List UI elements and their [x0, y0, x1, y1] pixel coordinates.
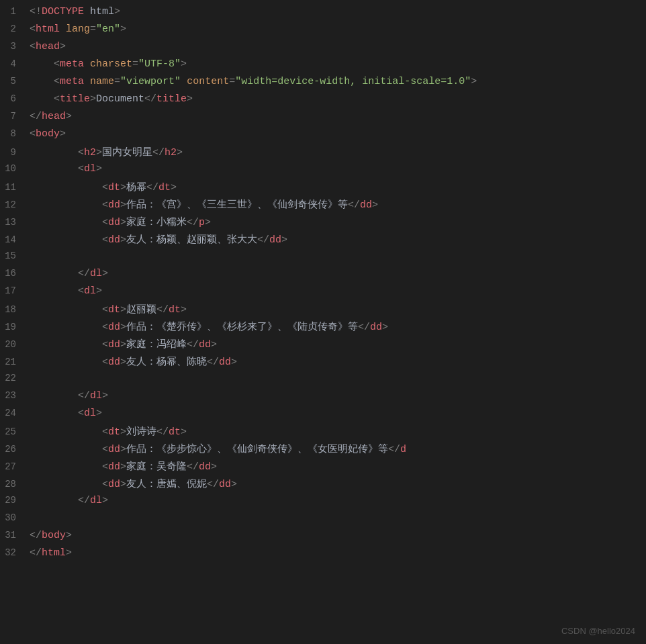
code-line: 25 <dt>刘诗诗</dt> [0, 424, 646, 442]
line-number: 30 [0, 512, 27, 523]
line-content: </dl> [27, 268, 646, 279]
line-content: <dd>友人：杨幂、陈晓</dd> [27, 355, 646, 368]
code-line: 31</body> [0, 529, 646, 547]
watermark: CSDN @hello2024 [561, 626, 635, 636]
line-number: 2 [0, 24, 27, 34]
line-content: <dd>家庭：冯绍峰</dd> [27, 338, 646, 351]
line-number: 24 [0, 408, 27, 418]
code-line: 32</html> [0, 547, 646, 564]
line-content: </dl> [27, 495, 646, 506]
code-line: 6 <title>Document</title> [0, 93, 646, 110]
line-content: <meta name="viewport" content="width=dev… [27, 76, 646, 87]
line-number: 17 [0, 285, 27, 296]
line-number: 26 [0, 444, 27, 455]
line-number: 7 [0, 111, 27, 122]
line-number: 3 [0, 41, 27, 52]
line-content: <dl> [27, 163, 646, 175]
line-content: <html lang="en"> [27, 24, 646, 35]
line-content: <dd>作品：《楚乔传》、《杉杉来了》、《陆贞传奇》等</dd> [27, 320, 646, 333]
code-line: 21 <dd>友人：杨幂、陈晓</dd> [0, 355, 646, 372]
line-number: 27 [0, 461, 27, 472]
line-number: 18 [0, 304, 27, 315]
line-number: 29 [0, 495, 27, 506]
code-line: 1<!DOCTYPE html> [0, 5, 646, 23]
line-content: <dd>作品：《步步惊心》、《仙剑奇侠传》、《女医明妃传》等</d [27, 443, 646, 455]
line-number: 31 [0, 530, 27, 541]
line-number: 8 [0, 128, 27, 139]
code-line: 13 <dd>家庭：小糯米</p> [0, 215, 646, 232]
code-line: 15 [0, 250, 646, 267]
code-line: 18 <dt>赵丽颖</dt> [0, 302, 646, 320]
line-content: <dl> [27, 285, 646, 297]
line-number: 25 [0, 426, 27, 437]
line-content: <dd>作品：《宫》、《三生三世》、《仙剑奇侠传》等</dd> [27, 198, 646, 211]
line-number: 12 [0, 199, 27, 210]
line-content: <head> [27, 41, 646, 52]
line-number: 1 [0, 6, 27, 17]
line-content: </head> [27, 111, 646, 122]
line-content: <dd>家庭：小糯米</p> [27, 216, 646, 228]
line-content: <dd>友人：唐嫣、倪妮</dd> [27, 477, 646, 490]
line-number: 10 [0, 163, 27, 174]
line-content: <dt>赵丽颖</dt> [27, 303, 646, 316]
line-number: 23 [0, 390, 27, 401]
line-number: 14 [0, 234, 27, 245]
code-line: 8<body> [0, 128, 646, 145]
code-line: 17 <dl> [0, 285, 646, 302]
line-number: 9 [0, 147, 27, 158]
line-content [27, 512, 646, 524]
line-number: 6 [0, 93, 27, 104]
line-number: 20 [0, 339, 27, 350]
line-content [27, 250, 646, 262]
code-line: 23 </dl> [0, 389, 646, 407]
line-number: 32 [0, 547, 27, 558]
code-line: 14 <dd>友人：杨颖、赵丽颖、张大大</dd> [0, 232, 646, 250]
code-line: 19 <dd>作品：《楚乔传》、《杉杉来了》、《陆贞传奇》等</dd> [0, 320, 646, 337]
code-line: 7</head> [0, 110, 646, 128]
code-line: 30 [0, 512, 646, 529]
line-content: </dl> [27, 390, 646, 402]
line-number: 4 [0, 58, 27, 69]
code-line: 5 <meta name="viewport" content="width=d… [0, 75, 646, 93]
line-number: 11 [0, 182, 27, 193]
line-number: 15 [0, 250, 27, 261]
line-content: </html> [27, 547, 646, 559]
line-number: 19 [0, 322, 27, 332]
line-number: 5 [0, 76, 27, 87]
code-line: 9 <h2>国内女明星</h2> [0, 145, 646, 163]
code-line: 28 <dd>友人：唐嫣、倪妮</dd> [0, 477, 646, 494]
line-content: <title>Document</title> [27, 93, 646, 105]
line-content: <dd>友人：杨颖、赵丽颖、张大大</dd> [27, 233, 646, 246]
line-number: 22 [0, 373, 27, 383]
code-line: 11 <dt>杨幂</dt> [0, 180, 646, 197]
code-line: 22 [0, 372, 646, 389]
line-content: <dd>家庭：吴奇隆</dd> [27, 460, 646, 473]
line-content: <dt>杨幂</dt> [27, 181, 646, 193]
line-content: <meta charset="UTF-8"> [27, 58, 646, 70]
line-number: 13 [0, 217, 27, 228]
code-line: 26 <dd>作品：《步步惊心》、《仙剑奇侠传》、《女医明妃传》等</d [0, 442, 646, 459]
code-line: 20 <dd>家庭：冯绍峰</dd> [0, 337, 646, 355]
line-content [27, 373, 646, 384]
line-content: </body> [27, 530, 646, 541]
code-editor: 1<!DOCTYPE html>2<html lang="en">3<head>… [0, 0, 646, 569]
code-line: 2<html lang="en"> [0, 23, 646, 40]
code-line: 10 <dl> [0, 163, 646, 180]
line-content: <dl> [27, 408, 646, 419]
code-line: 24 <dl> [0, 407, 646, 424]
line-content: <!DOCTYPE html> [27, 6, 646, 17]
line-number: 21 [0, 357, 27, 367]
line-content: <body> [27, 128, 646, 140]
code-line: 27 <dd>家庭：吴奇隆</dd> [0, 459, 646, 477]
code-line: 12 <dd>作品：《宫》、《三生三世》、《仙剑奇侠传》等</dd> [0, 197, 646, 215]
line-number: 28 [0, 479, 27, 490]
code-line: 29 </dl> [0, 494, 646, 512]
line-content: <h2>国内女明星</h2> [27, 146, 646, 158]
code-line: 3<head> [0, 40, 646, 58]
code-line: 16 </dl> [0, 267, 646, 285]
line-content: <dt>刘诗诗</dt> [27, 425, 646, 438]
code-line: 4 <meta charset="UTF-8"> [0, 58, 646, 75]
line-number: 16 [0, 268, 27, 279]
